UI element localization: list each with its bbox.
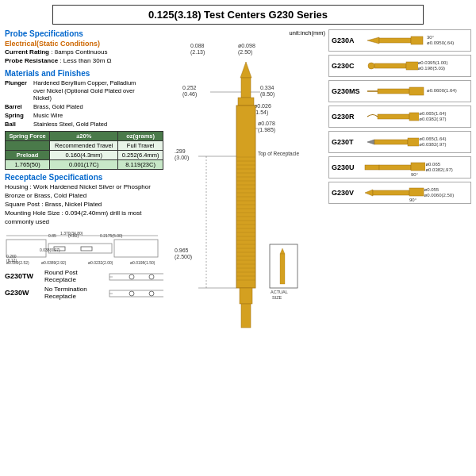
svg-text:(0.46): (0.46) xyxy=(182,91,197,98)
g230w-desc: No Termination Receptacle xyxy=(44,286,108,300)
svg-marker-30 xyxy=(240,62,251,78)
mat-row-ball: Ball Stainless Steel, Gold Plated xyxy=(5,121,163,129)
probe-spec-heading: Probe Specifications xyxy=(5,29,163,38)
svg-marker-90 xyxy=(280,248,285,254)
g230tw-label: G230TW xyxy=(5,272,44,280)
g230ms-img: ø0.0600(1.64) xyxy=(363,83,468,100)
left-column: Probe Specifications Electrical(Static C… xyxy=(5,29,163,420)
sf-header3: oz(grams) xyxy=(118,132,163,141)
svg-marker-112 xyxy=(365,190,373,196)
g230ms-id: G230MS xyxy=(332,87,363,95)
svg-point-23 xyxy=(129,291,134,296)
g230w-label: G230W xyxy=(5,289,44,297)
g230u-img: 90° ø0.065 ø0.0382(.97) xyxy=(363,159,468,176)
svg-text:ø0.0389(2.92): ø0.0389(2.92) xyxy=(41,260,67,265)
resistance-line: Probe Resistance : Less than 30m Ω xyxy=(5,57,163,65)
svg-rect-2 xyxy=(114,240,158,257)
svg-text:90°: 90° xyxy=(411,172,419,176)
svg-text:0.252: 0.252 xyxy=(182,85,197,90)
svg-rect-22 xyxy=(109,290,163,297)
svg-rect-110 xyxy=(411,163,425,171)
bottom-diagrams: ø0.089(2.52) ø0.0389(2.92) ø0.0232(2.00)… xyxy=(5,228,163,300)
svg-point-18 xyxy=(129,274,134,279)
current-label: Current Rating xyxy=(5,48,49,56)
square-line: Square Post : Brass, Nickel Plated xyxy=(5,201,163,209)
materials-heading: Materials and Finishes xyxy=(5,69,163,78)
model-g230c: G230C ø0.0395(1.00) ø0.198(5.03) xyxy=(328,55,471,77)
svg-rect-99 xyxy=(406,62,418,70)
g230r-id: G230R xyxy=(332,113,363,121)
svg-text:(6.12): (6.12) xyxy=(6,258,17,263)
g230t-dims: ø0.065(1.64) ø0.0382(.97) xyxy=(419,136,468,148)
svg-text:0.038(0.97): 0.038(0.97) xyxy=(40,248,60,252)
svg-text:(1.54): (1.54) xyxy=(254,109,268,116)
svg-text:(1.985): (1.985) xyxy=(258,127,275,133)
svg-text:ø0.0232(2.00): ø0.0232(2.00) xyxy=(88,260,113,265)
resistance-label: Probe Resistance xyxy=(5,57,58,64)
title-text: 0.125(3.18) Test Centers G230 Series xyxy=(148,9,328,21)
svg-text:(8.50): (8.50) xyxy=(260,91,274,98)
svg-rect-85 xyxy=(240,288,252,304)
sf-preload-v1: 0.160(4.3mm) xyxy=(50,151,118,160)
model-g230u: G230U 90° ø0.065 ø0.0382(.97) xyxy=(328,156,471,178)
svg-marker-105 xyxy=(367,140,374,144)
svg-text:ø0.026: ø0.026 xyxy=(254,103,271,109)
model-g230r: G230R ø0.065(1.64) ø0.0382(.97) xyxy=(328,106,471,128)
svg-rect-95 xyxy=(379,38,411,43)
housing-line: Housing : Work Hardened Nickel Silver or… xyxy=(5,183,163,200)
svg-point-24 xyxy=(149,291,154,296)
current-rating-line: Current Rating : 8amps Continuous xyxy=(5,48,163,56)
svg-text:(2.13): (2.13) xyxy=(190,49,205,56)
svg-text:.299: .299 xyxy=(175,148,186,154)
svg-text:ø0.0198(1.50): ø0.0198(1.50) xyxy=(130,260,155,265)
main-layout: Probe Specifications Electrical(Static C… xyxy=(5,29,471,420)
sf-row2-label: 1.765(50) xyxy=(6,160,50,170)
g230a-angle: 30° xyxy=(427,35,454,40)
g230r-dims: ø0.065(1.64) ø0.0382(.97) xyxy=(419,111,468,122)
sf-header1: Spring Force xyxy=(6,132,50,141)
spring-force-table: Spring Force ±20% oz(grams) Recommended … xyxy=(5,131,163,170)
svg-rect-103 xyxy=(378,114,409,119)
svg-rect-96 xyxy=(411,36,423,44)
probe-diagram-svg: 0.088 (2.13) ø0.098 (2.50) 0.252 (0.46) … xyxy=(167,38,325,419)
svg-rect-102 xyxy=(409,87,424,95)
svg-text:0.965: 0.965 xyxy=(175,248,189,253)
g230u-id: G230U xyxy=(332,163,363,171)
svg-text:1.370(34.80): 1.370(34.80) xyxy=(60,231,83,236)
center-column: unit:inch(mm) 0.088 (2.13) ø0.098 (2.50)… xyxy=(167,29,325,420)
g230v-id: G230V xyxy=(332,189,363,197)
svg-text:ø0.078: ø0.078 xyxy=(258,121,275,126)
mat-row-plunger: Plunger Hardened Beryllium Copper, Palla… xyxy=(5,79,163,102)
sf-row2-v1: 0.001(17C) xyxy=(50,160,118,170)
page: 0.125(3.18) Test Centers G230 Series Pro… xyxy=(0,0,476,476)
sf-col1: Recommended Travel xyxy=(50,141,118,151)
svg-text:0.334: 0.334 xyxy=(260,85,274,90)
sf-row2-v2: 8.119(23C) xyxy=(118,160,163,170)
svg-rect-107 xyxy=(408,138,419,146)
svg-rect-41 xyxy=(238,98,254,106)
model-g230v: G230V 90° ø0.055 ø0.0060(2.50) xyxy=(328,182,471,204)
mat-row-spring: Spring Music Wire xyxy=(5,112,163,120)
model-g230w-row: G230W No Termination Receptacle xyxy=(5,286,163,300)
svg-rect-98 xyxy=(374,63,406,68)
svg-text:SIZE: SIZE xyxy=(272,295,282,300)
svg-rect-109 xyxy=(379,165,411,170)
receptacle-section: Receptacle Specifications Housing : Work… xyxy=(5,173,163,226)
svg-rect-113 xyxy=(373,190,409,195)
svg-rect-114 xyxy=(409,188,424,196)
svg-text:ACTUAL: ACTUAL xyxy=(271,290,288,294)
svg-text:(3.00): (3.00) xyxy=(175,155,189,161)
resistance-value: : Less than 30m Ω xyxy=(60,57,111,64)
g230t-img: ø0.065(1.64) ø0.0382(.97) xyxy=(363,133,468,151)
svg-text:(2.50): (2.50) xyxy=(238,49,252,56)
mounting-line: Mounting Hole Size : 0.094(2.40mm) drill… xyxy=(5,209,163,226)
svg-rect-4 xyxy=(81,247,92,251)
g230ms-dims: ø0.0600(1.64) xyxy=(427,88,457,94)
model-g230ms: G230MS ø0.0600(1.64) xyxy=(328,80,471,102)
current-value: : 8amps Continuous xyxy=(51,48,107,56)
svg-point-97 xyxy=(368,63,374,69)
svg-rect-108 xyxy=(365,165,379,170)
g230u-dims: ø0.065 ø0.0382(.97) xyxy=(425,162,468,173)
g230t-id: G230T xyxy=(332,138,363,146)
model-g230tw-row: G230TW Round Post Receptacle xyxy=(5,269,163,283)
